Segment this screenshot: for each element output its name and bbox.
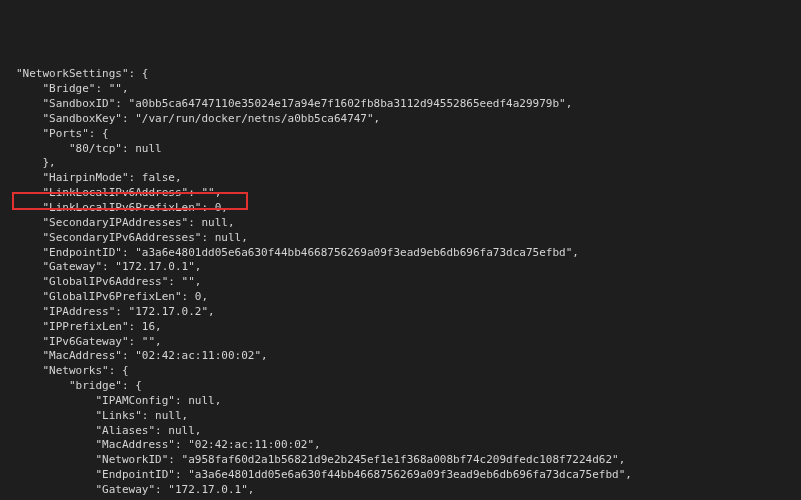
code-line: "MacAddress": "02:42:ac:11:00:02", [16, 438, 785, 453]
code-line: "LinkLocalIPv6Address": "", [16, 186, 785, 201]
code-line: "HairpinMode": false, [16, 171, 785, 186]
code-line: "EndpointID": "a3a6e4801dd05e6a630f44bb4… [16, 246, 785, 261]
code-line: "SecondaryIPv6Addresses": null, [16, 231, 785, 246]
code-line: "Networks": { [16, 364, 785, 379]
code-line: "Gateway": "172.17.0.1", [16, 483, 785, 498]
code-line: "bridge": { [16, 379, 785, 394]
code-line: "Aliases": null, [16, 424, 785, 439]
code-line: "IPv6Gateway": "", [16, 335, 785, 350]
code-line: }, [16, 156, 785, 171]
code-line: "MacAddress": "02:42:ac:11:00:02", [16, 349, 785, 364]
code-line: "80/tcp": null [16, 142, 785, 157]
code-line: "IPAddress": "172.17.0.2", [16, 305, 785, 320]
code-line: "Gateway": "172.17.0.1", [16, 260, 785, 275]
code-line: "GlobalIPv6Address": "", [16, 275, 785, 290]
code-line: "EndpointID": "a3a6e4801dd05e6a630f44bb4… [16, 468, 785, 483]
json-output: "NetworkSettings": { "Bridge": "", "Sand… [16, 67, 785, 500]
code-line: "SecondaryIPAddresses": null, [16, 216, 785, 231]
code-line: "Ports": { [16, 127, 785, 142]
code-line: "IPPrefixLen": 16, [16, 320, 785, 335]
code-line: "SandboxKey": "/var/run/docker/netns/a0b… [16, 112, 785, 127]
code-line: "IPAMConfig": null, [16, 394, 785, 409]
code-line: "SandboxID": "a0bb5ca64747110e35024e17a9… [16, 97, 785, 112]
code-line: "NetworkSettings": { [16, 67, 785, 82]
code-line: "NetworkID": "a958faf60d2a1b56821d9e2b24… [16, 453, 785, 468]
code-line: "Links": null, [16, 409, 785, 424]
code-line: "GlobalIPv6PrefixLen": 0, [16, 290, 785, 305]
code-line: "Bridge": "", [16, 82, 785, 97]
code-line: "LinkLocalIPv6PrefixLen": 0, [16, 201, 785, 216]
